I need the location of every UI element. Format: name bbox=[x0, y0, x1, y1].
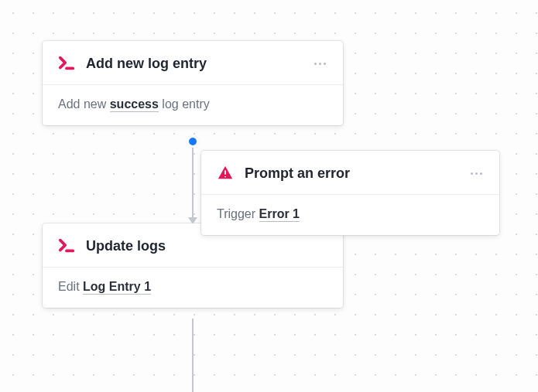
node-header: Add new log entry bbox=[43, 41, 343, 84]
body-text: Edit bbox=[58, 280, 83, 293]
body-text: log entry bbox=[159, 97, 210, 111]
node-header: Prompt an error bbox=[201, 151, 499, 194]
node-title: Update logs bbox=[86, 238, 327, 254]
svg-rect-2 bbox=[224, 170, 226, 175]
node-body: Trigger Error 1 bbox=[201, 195, 499, 235]
svg-rect-3 bbox=[224, 176, 226, 178]
node-body: Add new success log entry bbox=[43, 85, 343, 125]
flow-connector bbox=[192, 319, 194, 392]
flow-node-update-logs[interactable]: Update logs Edit Log Entry 1 bbox=[43, 223, 343, 308]
body-token: Error 1 bbox=[259, 207, 300, 222]
terminal-icon bbox=[58, 55, 75, 72]
node-more-button[interactable] bbox=[469, 171, 484, 176]
terminal-icon bbox=[58, 237, 75, 254]
warning-icon bbox=[217, 165, 234, 182]
node-title: Prompt an error bbox=[245, 165, 469, 182]
flow-node-prompt-error[interactable]: Prompt an error Trigger Error 1 bbox=[201, 151, 499, 235]
flow-node-add-log[interactable]: Add new log entry Add new success log en… bbox=[43, 41, 343, 125]
body-token: Log Entry 1 bbox=[83, 280, 151, 295]
node-body: Edit Log Entry 1 bbox=[43, 268, 343, 308]
body-text: Trigger bbox=[217, 207, 259, 220]
node-title: Add new log entry bbox=[86, 56, 313, 72]
body-token: success bbox=[110, 97, 159, 112]
node-more-button[interactable] bbox=[313, 61, 327, 66]
connector-handle[interactable] bbox=[187, 135, 199, 148]
flow-connector bbox=[192, 136, 194, 223]
body-text: Add new bbox=[58, 97, 110, 111]
